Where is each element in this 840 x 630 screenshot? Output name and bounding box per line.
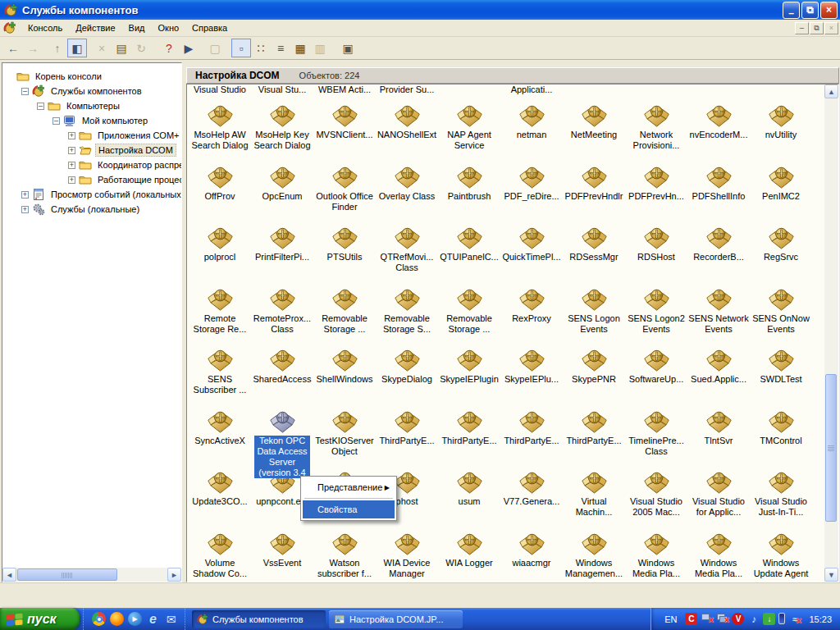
tree-item-9[interactable]: +Службы (локальные) bbox=[2, 202, 181, 217]
tree-item-8[interactable]: +Просмотр событий (локальных) bbox=[2, 187, 181, 202]
show-hide-tree-button[interactable]: ◧ bbox=[67, 39, 87, 57]
show-hide-panes-button[interactable]: ▶ bbox=[179, 39, 199, 57]
dcom-item[interactable]: Remote Storage Re... bbox=[189, 281, 251, 343]
tray-volume-icon[interactable]: ♪ bbox=[747, 613, 760, 625]
tray-battery-icon[interactable] bbox=[778, 613, 785, 626]
dcom-item[interactable]: NetMeeting bbox=[563, 98, 625, 159]
quicklaunch-internet-explorer-icon[interactable]: e bbox=[146, 612, 160, 626]
dcom-item[interactable]: SENS Logon Events bbox=[563, 281, 625, 343]
dcom-item[interactable]: Removable Storage S... bbox=[376, 281, 438, 343]
dcom-item[interactable]: PDFPrevHn... bbox=[625, 159, 687, 221]
dcom-item[interactable]: RDSHost bbox=[625, 220, 687, 281]
task-button-0[interactable]: Службы компонентов bbox=[192, 610, 326, 628]
dcom-item[interactable]: V77.Genera... bbox=[500, 464, 563, 526]
dcom-item[interactable]: VssEvent bbox=[251, 526, 313, 582]
dcom-item[interactable]: Watson subscriber f... bbox=[313, 526, 376, 582]
dcom-item[interactable]: TimelinePre... Class bbox=[625, 404, 687, 465]
collapse-icon[interactable]: – bbox=[21, 88, 29, 95]
dcom-item[interactable]: NANOShellExt bbox=[376, 98, 438, 159]
dcom-item[interactable]: RDSessMgr bbox=[563, 220, 625, 281]
context-menu-item-1[interactable]: Свойства bbox=[303, 500, 395, 518]
dcom-item[interactable]: SyncActiveX bbox=[189, 404, 251, 465]
dcom-item[interactable]: SoftwareUp... bbox=[625, 342, 687, 404]
dcom-item[interactable]: Network Provisioni... bbox=[625, 98, 687, 159]
dcom-item[interactable]: ShellWindows bbox=[313, 342, 376, 404]
scroll-right-arrow[interactable]: ► bbox=[167, 568, 181, 582]
properties-button[interactable]: ▤ bbox=[112, 39, 131, 57]
tray-network-disabled-icon[interactable]: × bbox=[701, 612, 713, 626]
expand-icon[interactable]: + bbox=[68, 132, 75, 139]
dcom-item[interactable]: MsoHelp Key Search Dialog bbox=[251, 98, 313, 159]
dcom-item[interactable]: wiaacmgr bbox=[500, 526, 563, 582]
start-button[interactable]: пуск bbox=[0, 608, 80, 630]
dcom-item[interactable]: Visual Studio for Applic... bbox=[687, 464, 750, 526]
dcom-item[interactable]: TestKIOServer Object bbox=[313, 404, 376, 465]
dcom-item[interactable]: netman bbox=[500, 98, 563, 159]
task-button-1[interactable]: Настройка DCOM.JP... bbox=[329, 610, 463, 628]
menu-item-3[interactable]: Окно bbox=[152, 21, 186, 34]
dcom-item[interactable]: RecorderB... bbox=[687, 220, 750, 281]
tree-item-2[interactable]: –Компьютеры bbox=[2, 98, 181, 113]
help-button[interactable]: ? bbox=[159, 39, 179, 57]
dcom-item[interactable]: Virtual Machin... bbox=[563, 464, 625, 526]
collapse-icon[interactable]: – bbox=[52, 117, 60, 125]
context-menu-item-0[interactable]: Представление▶ bbox=[303, 478, 395, 496]
scroll-left-arrow[interactable]: ◄ bbox=[2, 568, 16, 582]
tray-network-bridge-disabled-icon[interactable]: × bbox=[716, 612, 728, 626]
tree-item-3[interactable]: –Мой компьютер bbox=[2, 113, 181, 128]
back-button[interactable]: ← bbox=[3, 39, 23, 57]
expand-icon[interactable]: + bbox=[68, 176, 75, 184]
quicklaunch-outlook-express-icon[interactable]: ✉ bbox=[164, 612, 178, 626]
dcom-item[interactable]: OffProv bbox=[189, 159, 251, 221]
dcom-item[interactable]: nvEncoderM... bbox=[687, 98, 750, 159]
tree-horizontal-scrollbar[interactable]: ◄ ► bbox=[2, 568, 181, 582]
dcom-item[interactable]: QuickTimePl... bbox=[500, 220, 563, 281]
child-close-button[interactable]: × bbox=[824, 22, 838, 34]
dcom-item[interactable]: QTUIPanelC... bbox=[438, 220, 500, 281]
dcom-item[interactable]: ThirdPartyE... bbox=[376, 404, 438, 465]
dcom-item[interactable]: Visual Studio 2005 Mac... bbox=[625, 464, 687, 526]
dcom-item[interactable]: RexProxy bbox=[500, 281, 563, 343]
print-button[interactable]: ▣ bbox=[338, 39, 358, 57]
dcom-item[interactable]: RegSrvc bbox=[750, 220, 812, 281]
tray-wireless-disabled-icon[interactable]: ≈× bbox=[788, 613, 801, 625]
child-restore-button[interactable]: ⧉ bbox=[810, 22, 824, 34]
small-icons-view-button[interactable]: ∷ bbox=[251, 39, 271, 57]
tree-item-7[interactable]: +Работающие процессы bbox=[2, 172, 181, 187]
dcom-item[interactable]: PTSUtils bbox=[313, 220, 376, 281]
tree-item-1[interactable]: –Службы компонентов bbox=[2, 84, 181, 98]
expand-icon[interactable]: + bbox=[68, 147, 75, 154]
dcom-item[interactable]: SENS Logon2 Events bbox=[625, 281, 687, 343]
up-one-level-button[interactable]: ↑ bbox=[48, 39, 67, 57]
dcom-item[interactable]: MVSNClient... bbox=[313, 98, 376, 159]
dcom-item[interactable]: SharedAccess bbox=[251, 342, 313, 404]
dcom-item[interactable]: ThirdPartyE... bbox=[500, 404, 563, 465]
dcom-item[interactable]: polprocl bbox=[189, 220, 251, 281]
dcom-item[interactable]: Visual Studio Just-In-Ti... bbox=[750, 464, 812, 526]
list-vertical-scrollbar[interactable]: ▲ ▼ bbox=[824, 84, 838, 582]
dcom-item[interactable]: Tekon OPC Data Access Server (version 3.… bbox=[251, 404, 313, 465]
dcom-item[interactable]: QTRefMovi... Class bbox=[376, 220, 438, 281]
clock[interactable]: 15:23 bbox=[804, 614, 832, 624]
menu-item-4[interactable]: Справка bbox=[185, 21, 234, 34]
dcom-item[interactable]: PDF_reDire... bbox=[500, 159, 563, 221]
scroll-down-arrow[interactable]: ▼ bbox=[824, 568, 838, 582]
dcom-item[interactable]: PrintFilterPi... bbox=[251, 220, 313, 281]
dcom-item[interactable]: RemoteProx... Class bbox=[251, 281, 313, 343]
scroll-thumb[interactable] bbox=[17, 568, 117, 581]
dcom-item[interactable]: WIA Logger bbox=[438, 526, 500, 582]
dcom-item[interactable]: SENS Subscriber ... bbox=[189, 342, 251, 404]
tree-item-4[interactable]: +Приложения COM+ bbox=[2, 128, 181, 143]
dcom-item[interactable]: NAP Agent Service bbox=[438, 98, 500, 159]
dcom-item[interactable]: SWDLTest bbox=[750, 342, 812, 404]
tree-item-0[interactable]: Корень консоли bbox=[2, 69, 181, 84]
scroll-up-arrow[interactable]: ▲ bbox=[824, 84, 838, 98]
dcom-item[interactable]: OpcEnum bbox=[251, 159, 313, 221]
dcom-item[interactable]: Sued.Applic... bbox=[687, 342, 750, 404]
dcom-item[interactable]: Windows Media Pla... bbox=[625, 526, 687, 582]
child-minimize-button[interactable]: – bbox=[795, 22, 809, 34]
dcom-item[interactable]: usum bbox=[438, 464, 500, 526]
dcom-item[interactable]: SENS Network Events bbox=[687, 281, 750, 343]
dcom-item[interactable]: WIA Device Manager bbox=[376, 526, 438, 582]
list-view-button[interactable]: ≡ bbox=[271, 39, 290, 57]
